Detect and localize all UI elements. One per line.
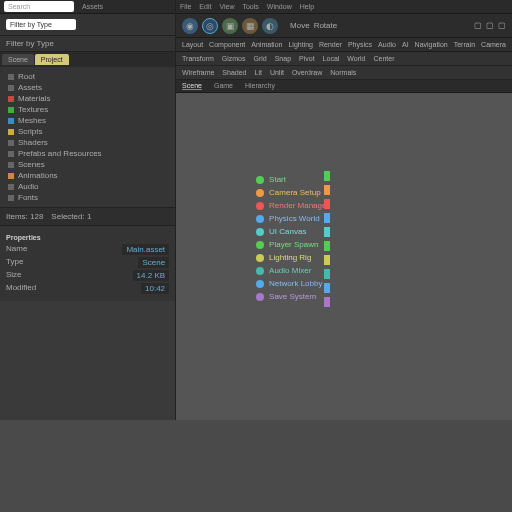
canvas-tab[interactable]: Hierarchy [245, 82, 275, 90]
subbar-item[interactable]: Shaded [222, 69, 246, 76]
legend-item[interactable]: Player Spawn [256, 238, 329, 251]
sidebar-tab-row: Scene Project [0, 52, 175, 67]
ribbon-item[interactable]: Camera [481, 41, 506, 48]
legend-bar-icon [324, 269, 330, 279]
main-toolbar: ◉ ◎ ▣ ▦ ◐ Move Rotate ▢ ▢ ▢ [176, 14, 512, 38]
legend-item[interactable]: Audio Mixer [256, 264, 329, 277]
tree-label: Textures [18, 105, 48, 114]
props-header: Properties [6, 232, 169, 243]
legend-dot-icon [256, 241, 264, 249]
ribbon-item[interactable]: Layout [182, 41, 203, 48]
canvas-tab[interactable]: Scene [182, 82, 202, 90]
legend-label: Start [269, 175, 286, 184]
canvas-tab[interactable]: Game [214, 82, 233, 90]
tree-item[interactable]: Audio [8, 181, 167, 192]
filter-input[interactable]: Filter by Type [6, 19, 76, 30]
tree-icon [8, 85, 14, 91]
tree-item[interactable]: Fonts [8, 192, 167, 203]
viewport-canvas[interactable]: StartCamera SetupRender ManagerPhysics W… [176, 93, 512, 420]
ribbon-item[interactable]: Render [319, 41, 342, 48]
tree-item[interactable]: Textures [8, 104, 167, 115]
menu-window[interactable]: Window [267, 3, 292, 10]
tree-item[interactable]: Animations [8, 170, 167, 181]
subbar-item[interactable]: Wireframe [182, 69, 214, 76]
menu-view[interactable]: View [219, 3, 234, 10]
subbar-1: TransformGizmosGridSnapPivotLocalWorldCe… [176, 52, 512, 66]
menu-help[interactable]: Help [300, 3, 314, 10]
tool-play-icon[interactable]: ◐ [262, 18, 278, 34]
ribbon-item[interactable]: Navigation [415, 41, 448, 48]
tree-icon [8, 129, 14, 135]
legend-item[interactable]: Lighting Rig [256, 251, 329, 264]
subbar-item[interactable]: Grid [253, 55, 266, 62]
legend-item[interactable]: Camera Setup [256, 186, 329, 199]
subbar-item[interactable]: Unlit [270, 69, 284, 76]
prop-key: Name [6, 244, 27, 255]
subbar-item[interactable]: Local [323, 55, 340, 62]
subbar-item[interactable]: Snap [275, 55, 291, 62]
ribbon-item[interactable]: Terrain [454, 41, 475, 48]
canvas-tabs: SceneGameHierarchy [176, 80, 512, 93]
subbar-item[interactable]: Pivot [299, 55, 315, 62]
ribbon-item[interactable]: AI [402, 41, 409, 48]
subbar-item[interactable]: Normals [330, 69, 356, 76]
tree-icon [8, 151, 14, 157]
menu-file[interactable]: File [180, 3, 191, 10]
toolbar-btn[interactable]: ▢ [474, 21, 482, 30]
legend-bar-icon [324, 199, 330, 209]
legend-item[interactable]: UI Canvas [256, 225, 329, 238]
legend-dot-icon [256, 215, 264, 223]
legend-bar-icon [324, 213, 330, 223]
prop-value: Main.asset [122, 244, 169, 255]
tree-item[interactable]: Materials [8, 93, 167, 104]
legend-item[interactable]: Save System [256, 290, 329, 303]
prop-key: Type [6, 257, 23, 268]
ribbon-item[interactable]: Physics [348, 41, 372, 48]
subbar-item[interactable]: Overdraw [292, 69, 322, 76]
tree-item[interactable]: Scripts [8, 126, 167, 137]
menu-tools[interactable]: Tools [242, 3, 258, 10]
search-input[interactable]: Search [4, 1, 74, 12]
stat-selected: Selected: 1 [51, 212, 91, 221]
subbar-item[interactable]: Lit [255, 69, 262, 76]
toolbar-btn[interactable]: ▢ [498, 21, 506, 30]
tree-item[interactable]: Root [8, 71, 167, 82]
tree-item[interactable]: Prefabs and Resources [8, 148, 167, 159]
legend-bar-icon [324, 255, 330, 265]
legend-label: Render Manager [269, 201, 329, 210]
tool-snap-icon[interactable]: ▦ [242, 18, 258, 34]
ribbon-item[interactable]: Audio [378, 41, 396, 48]
legend-bar-icon [324, 227, 330, 237]
subbar-item[interactable]: Center [374, 55, 395, 62]
tool-rotate-icon[interactable]: ◎ [202, 18, 218, 34]
tool-move-icon[interactable]: ◉ [182, 18, 198, 34]
ribbon-item[interactable]: Animation [251, 41, 282, 48]
tree-icon [8, 195, 14, 201]
tree-label: Scripts [18, 127, 42, 136]
tree-label: Animations [18, 171, 58, 180]
legend-label: Camera Setup [269, 188, 321, 197]
legend-item[interactable]: Physics World [256, 212, 329, 225]
ribbon-item[interactable]: Lighting [288, 41, 313, 48]
legend-dot-icon [256, 189, 264, 197]
legend-label: Physics World [269, 214, 320, 223]
tree-item[interactable]: Assets [8, 82, 167, 93]
subbar-item[interactable]: Gizmos [222, 55, 246, 62]
legend-item[interactable]: Render Manager [256, 199, 329, 212]
tab-project[interactable]: Project [35, 54, 69, 65]
tree-item[interactable]: Meshes [8, 115, 167, 126]
tree-item[interactable]: Scenes [8, 159, 167, 170]
prop-row: NameMain.asset [6, 243, 169, 256]
subbar-item[interactable]: Transform [182, 55, 214, 62]
ribbon-item[interactable]: Component [209, 41, 245, 48]
tree-icon [8, 96, 14, 102]
subbar-item[interactable]: World [347, 55, 365, 62]
toolbar-btn[interactable]: ▢ [486, 21, 494, 30]
legend-item[interactable]: Network Lobby [256, 277, 329, 290]
tool-scale-icon[interactable]: ▣ [222, 18, 238, 34]
tab-scene[interactable]: Scene [2, 54, 34, 65]
tree-item[interactable]: Shaders [8, 137, 167, 148]
legend-item[interactable]: Start [256, 173, 329, 186]
menu-edit[interactable]: Edit [199, 3, 211, 10]
legend-label: Lighting Rig [269, 253, 311, 262]
